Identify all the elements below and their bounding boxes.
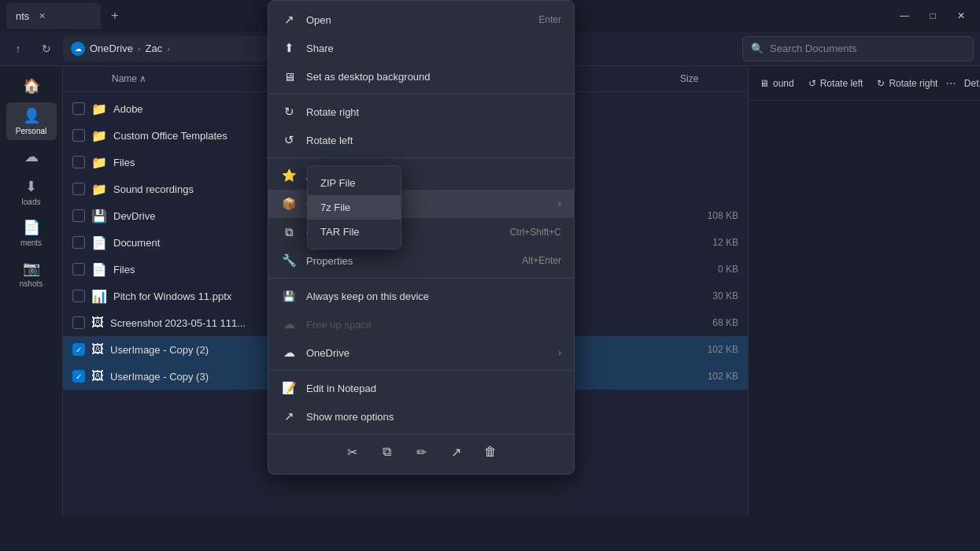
minimize-button[interactable]: — (892, 5, 917, 27)
onedrive-icon: ☁ (71, 42, 85, 56)
file-checkbox[interactable] (72, 263, 85, 276)
downloads-icon: ⬇ (25, 178, 37, 195)
cm-set-bg[interactable]: 🖥 Set as desktop background (268, 62, 574, 91)
sidebar-label-personal: Personal (16, 127, 46, 135)
sidebar-item-home[interactable]: 🏠 (6, 72, 57, 99)
breadcrumb-onedrive[interactable]: OneDrive (90, 43, 133, 54)
cm-share-label: Share (306, 43, 561, 54)
sidebar-item-documents[interactable]: 📄 ments (6, 214, 57, 252)
always-keep-icon: 💾 (281, 288, 297, 304)
desktop-icon: 🖥 (281, 68, 297, 84)
file-checkbox[interactable] (72, 183, 85, 195)
file-checkbox[interactable] (72, 129, 85, 142)
ppt-icon: 📊 (91, 289, 107, 304)
compress-7z[interactable]: 7z File (308, 195, 401, 220)
search-icon: 🔍 (751, 43, 764, 54)
image-icon: 🖼 (91, 342, 104, 357)
details-button[interactable]: Det... (958, 71, 980, 96)
search-box[interactable]: 🔍 Search Documents (742, 36, 974, 61)
file-size: 102 KB (675, 344, 738, 355)
cm-open-label: Open (306, 14, 529, 26)
cm-rotate-right-label: Rotate right (306, 106, 561, 118)
sidebar: 🏠 👤 Personal ☁ ⬇ loads 📄 ments 📷 nshots (0, 66, 63, 516)
sort-icon: ∧ (139, 73, 146, 84)
onedrive-cm-icon: ☁ (281, 345, 297, 361)
cm-share-bottom-button[interactable]: ↗ (443, 439, 468, 464)
compress-zip[interactable]: ZIP File (308, 171, 401, 195)
tab-close-button[interactable]: ✕ (35, 9, 48, 22)
cm-more-options[interactable]: ↗ Show more options (268, 402, 574, 431)
documents-icon: 📄 (23, 219, 40, 236)
file-checkbox[interactable] (72, 316, 85, 329)
right-more-button[interactable]: ··· (945, 72, 956, 94)
rotate-right-icon: ↻ (877, 78, 885, 89)
copy-path-icon: ⧉ (281, 224, 297, 240)
cm-properties-shortcut: Alt+Enter (522, 255, 561, 266)
compress-tar[interactable]: TAR File (308, 220, 401, 244)
tab-title: nts (16, 10, 29, 22)
compress-arrow-icon: › (558, 198, 561, 209)
rotate-left-button[interactable]: ↺ Rotate left (802, 71, 870, 96)
more-options-icon: ↗ (281, 409, 297, 424)
col-sort-size[interactable]: Size (675, 71, 738, 87)
details-label: Det... (964, 78, 980, 89)
cm-share[interactable]: ⬆ Share (268, 34, 574, 62)
col-sort-name[interactable]: Name ∧ (107, 71, 280, 87)
new-tab-button[interactable]: + (104, 5, 126, 27)
cm-rotate-left[interactable]: ↺ Rotate left (268, 126, 574, 154)
file-checkbox[interactable] (72, 290, 85, 302)
folder-icon: 📁 (91, 128, 107, 143)
sidebar-item-screenshots[interactable]: 📷 nshots (6, 255, 57, 293)
file-checkbox[interactable] (72, 370, 85, 383)
cm-rotate-right[interactable]: ↻ Rotate right (268, 98, 574, 126)
col-name-label: Name (112, 73, 137, 84)
star-icon: ⭐ (281, 168, 297, 183)
file-checkbox[interactable] (72, 209, 85, 222)
cm-copy-button[interactable]: ⧉ (374, 439, 399, 464)
file-checkbox[interactable] (72, 156, 85, 168)
right-toolbar: 🖥 ound ↺ Rotate left ↻ Rotate right ··· … (749, 66, 980, 101)
cloud-icon: ☁ (24, 148, 39, 165)
background-label: ound (773, 78, 794, 89)
rotate-left-cm-icon: ↺ (281, 132, 297, 148)
file-checkbox[interactable] (72, 236, 85, 249)
cm-edit-notepad-label: Edit in Notepad (306, 383, 561, 394)
cm-cut-button[interactable]: ✂ (339, 439, 364, 464)
cm-always-keep-label: Always keep on this device (306, 290, 561, 302)
folder-icon: 📁 (91, 182, 107, 197)
cm-more-options-label: Show more options (306, 411, 561, 423)
maximize-button[interactable]: □ (920, 5, 945, 27)
tab-documents[interactable]: nts ✕ (6, 2, 101, 29)
cm-delete-button[interactable]: 🗑 (478, 439, 503, 464)
rotate-right-cm-icon: ↻ (281, 104, 297, 120)
properties-icon: 🔧 (281, 253, 297, 268)
back-button[interactable]: ↑ (6, 37, 30, 61)
doc-icon: 📄 (91, 262, 107, 277)
onedrive-arrow-icon: › (558, 347, 561, 358)
background-button[interactable]: 🖥 ound (753, 71, 801, 96)
cm-set-bg-label: Set as desktop background (306, 71, 561, 83)
sidebar-item-downloads[interactable]: ⬇ loads (6, 173, 57, 211)
file-checkbox[interactable] (72, 343, 85, 356)
cm-always-keep[interactable]: 💾 Always keep on this device (268, 282, 574, 310)
notepad-icon: 📝 (281, 380, 297, 396)
file-checkbox[interactable] (72, 102, 85, 115)
cm-properties[interactable]: 🔧 Properties Alt+Enter (268, 246, 574, 275)
sidebar-item-personal[interactable]: 👤 Personal (6, 102, 57, 140)
cm-onedrive[interactable]: ☁ OneDrive › (268, 338, 574, 367)
cm-edit-notepad[interactable]: 📝 Edit in Notepad (268, 374, 574, 402)
rotate-right-button[interactable]: ↻ Rotate right (871, 71, 944, 96)
cm-onedrive-label: OneDrive (306, 347, 549, 359)
cm-rename-button[interactable]: ✏ (409, 439, 434, 464)
refresh-button[interactable]: ↻ (35, 37, 58, 61)
cm-free-space[interactable]: ☁ Free up space (268, 310, 574, 338)
separator (268, 370, 574, 371)
file-size: 108 KB (675, 210, 738, 221)
breadcrumb-sep2: › (167, 44, 170, 54)
image-icon: 🖼 (91, 369, 104, 383)
close-button[interactable]: ✕ (949, 5, 974, 27)
cm-open[interactable]: ↗ Open Enter (268, 6, 574, 34)
right-panel: 🖥 ound ↺ Rotate left ↻ Rotate right ··· … (748, 66, 980, 516)
sidebar-item-onedrive[interactable]: ☁ (6, 143, 57, 170)
breadcrumb-folder[interactable]: Zac (146, 43, 163, 54)
